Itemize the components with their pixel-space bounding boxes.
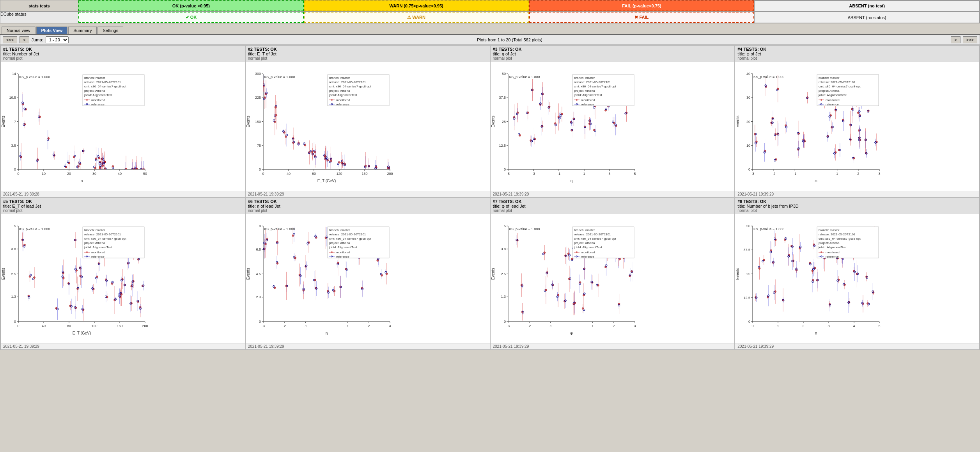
svg-point-844 <box>24 244 26 246</box>
plot-cell-5[interactable]: #5 TESTS: OK title: E_T of lead Jet norm… <box>0 198 245 350</box>
test-status-1: #1 TESTS: OK <box>3 47 243 52</box>
plot-canvas-2: 04080120160200075150225300E_T (GeV)Event… <box>246 62 490 191</box>
svg-text:cmt: x86_64-centos7-gcc8-opt: cmt: x86_64-centos7-gcc8-opt <box>84 237 126 240</box>
svg-text:0: 0 <box>17 172 19 176</box>
svg-text:2: 2 <box>803 324 805 328</box>
svg-point-776 <box>34 277 35 279</box>
svg-text:3: 3 <box>389 324 391 328</box>
plot-footer-1: 2021-05-21 19:39:28 <box>1 191 245 197</box>
svg-text:jobId: AlignmentTest: jobId: AlignmentTest <box>84 93 112 97</box>
plot-footer-6: 2021-05-21 19:39:29 <box>246 343 490 349</box>
svg-text:120: 120 <box>91 324 97 328</box>
stats-tests-label: stats tests <box>0 0 78 11</box>
plot-cell-7[interactable]: #7 TESTS: OK title: φ of lead Jet normal… <box>490 198 735 350</box>
svg-text:reference: reference <box>91 255 105 258</box>
svg-text:1.3: 1.3 <box>11 295 16 299</box>
svg-text:50: 50 <box>143 172 147 176</box>
svg-text:-3: -3 <box>532 172 535 176</box>
svg-text:37.5: 37.5 <box>744 248 751 252</box>
svg-text:0: 0 <box>748 320 750 324</box>
nav-next-button[interactable]: > <box>951 36 960 43</box>
tab-settings[interactable]: Settings <box>97 27 123 34</box>
svg-text:-2: -2 <box>283 324 286 328</box>
svg-text:-1: -1 <box>557 172 560 176</box>
svg-text:5: 5 <box>634 172 636 176</box>
nav-prev-prev-button[interactable]: <<< <box>3 36 17 43</box>
svg-point-1148 <box>582 308 584 310</box>
svg-text:1: 1 <box>347 324 349 328</box>
svg-point-722 <box>821 99 822 101</box>
svg-text:40: 40 <box>287 172 291 176</box>
svg-text:0: 0 <box>752 324 754 328</box>
plot-cell-3[interactable]: #3 TESTS: OK title: η of Jet normal plot… <box>490 45 735 198</box>
stats-ok-text: OK (p-value >0.95) <box>172 4 210 8</box>
svg-text:0: 0 <box>259 167 261 171</box>
stats-fail-text: FAIL (p-value<0.75) <box>622 4 661 8</box>
plot-type-3: normal plot <box>493 56 732 61</box>
svg-text:0: 0 <box>262 172 264 176</box>
tab-normal-view[interactable]: Normal view <box>2 27 35 34</box>
nav-info: Plots from 1 to 20 (Total 562 plots) <box>71 37 949 42</box>
svg-text:cmt: x86_64-centos7-gcc8-opt: cmt: x86_64-centos7-gcc8-opt <box>574 237 616 240</box>
nav-next-next-button[interactable]: >>> <box>963 36 977 43</box>
plot-type-1: normal plot <box>3 56 243 61</box>
plot-canvas-4: -3-2-1123010203040φEventsbranch: masterr… <box>735 62 979 191</box>
plot-canvas-7: -3-2-112301.32.53.85φEventsbranch: maste… <box>491 214 735 343</box>
svg-text:cmt: x86_64-centos7-gcc8-opt: cmt: x86_64-centos7-gcc8-opt <box>574 85 616 88</box>
svg-text:Events: Events <box>735 116 740 128</box>
svg-text:-3: -3 <box>751 172 754 176</box>
svg-text:monitored: monitored <box>581 251 595 254</box>
test-status-3: #3 TESTS: OK <box>493 47 732 52</box>
svg-text:3: 3 <box>879 172 881 176</box>
svg-text:-3: -3 <box>262 324 265 328</box>
plot-cell-1[interactable]: #1 TESTS: OK title: Number of Jet normal… <box>0 45 245 198</box>
plot-cell-6[interactable]: #6 TESTS: OK title: η of lead Jet normal… <box>245 198 490 350</box>
svg-text:5: 5 <box>879 324 881 328</box>
svg-point-44 <box>143 168 145 170</box>
svg-text:3: 3 <box>608 172 610 176</box>
svg-text:project: Athena: project: Athena <box>84 241 105 245</box>
svg-point-788 <box>76 288 78 290</box>
plot-cell-2[interactable]: #2 TESTS: OK title: E_T of Jet normal pl… <box>245 45 490 198</box>
plot-cell-8[interactable]: #8 TESTS: OK title: Number of b jets fro… <box>735 198 980 350</box>
test-status-8: #8 TESTS: OK <box>737 199 977 204</box>
plot-footer-4: 2021-05-21 19:39:29 <box>735 191 979 197</box>
tab-plots-view[interactable]: Plots View <box>36 27 68 34</box>
svg-text:jobId: AlignmentTest: jobId: AlignmentTest <box>574 93 602 97</box>
plot-cell-4[interactable]: #4 TESTS: OK title: φ of Jet normal plot… <box>735 45 980 198</box>
svg-text:jobId: AlignmentTest: jobId: AlignmentTest <box>818 246 847 249</box>
jump-label: Jump: <box>32 37 43 42</box>
svg-text:reference: reference <box>336 255 349 258</box>
jump-select[interactable]: 1 - 20 <box>46 36 69 43</box>
plot-canvas-8: 012345012.52537.550nEventsbranch: master… <box>735 214 979 343</box>
svg-point-1448 <box>758 267 760 269</box>
svg-point-174 <box>86 99 88 101</box>
svg-text:project: Athena: project: Athena <box>819 241 840 245</box>
svg-text:1: 1 <box>836 172 838 176</box>
svg-text:reference: reference <box>336 103 349 106</box>
svg-text:KS_p-value = 1.000: KS_p-value = 1.000 <box>19 227 50 231</box>
svg-text:E_T (GeV): E_T (GeV) <box>317 179 336 183</box>
svg-text:reference: reference <box>581 255 594 258</box>
svg-text:η: η <box>570 179 572 183</box>
svg-text:reference: reference <box>826 103 839 106</box>
svg-text:Events: Events <box>1 268 5 280</box>
svg-point-892 <box>111 283 113 285</box>
plot-title-1: title: Number of Jet <box>3 52 243 56</box>
svg-text:monitored: monitored <box>826 251 840 254</box>
svg-text:Events: Events <box>1 116 5 128</box>
svg-text:branch: master: branch: master <box>329 228 350 232</box>
svg-text:2: 2 <box>368 324 370 328</box>
nav-prev-button[interactable]: < <box>19 36 29 43</box>
stats-fail-cell: FAIL (p-value<0.75) <box>529 0 755 11</box>
tab-summary[interactable]: Summary <box>68 27 97 34</box>
plot-footer-2: 2021-05-21 19:39:29 <box>246 191 490 197</box>
svg-text:φ: φ <box>815 179 818 183</box>
svg-text:225: 225 <box>255 96 261 100</box>
svg-text:0: 0 <box>748 167 750 171</box>
svg-text:cmt: x86_64-centos7-gcc8-opt: cmt: x86_64-centos7-gcc8-opt <box>819 237 861 240</box>
svg-point-264 <box>262 85 264 87</box>
svg-text:cmt: x86_64-centos7-gcc8-opt: cmt: x86_64-centos7-gcc8-opt <box>329 85 371 88</box>
svg-text:Events: Events <box>491 268 495 280</box>
stats-absent-text: ABSENT (no test) <box>849 4 885 8</box>
